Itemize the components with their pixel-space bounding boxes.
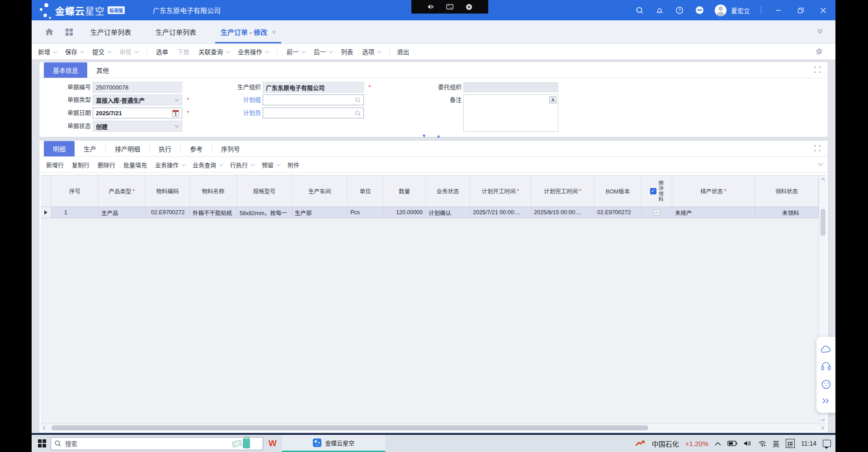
theme-toggle-icon[interactable] — [695, 6, 704, 15]
calendar-icon[interactable]: 1 — [172, 110, 179, 117]
recording-swap-icon[interactable] — [426, 2, 435, 11]
cell-workshop[interactable]: 生产部 — [292, 207, 348, 218]
delete-row-button[interactable]: 删除行 — [94, 159, 119, 170]
expand-detail-icon[interactable] — [814, 145, 821, 151]
search-icon[interactable] — [635, 6, 644, 15]
ime-indicator[interactable]: 拼 — [786, 439, 795, 448]
expand-form-up-icon[interactable]: ▲ — [436, 133, 441, 138]
help-icon[interactable]: ? — [675, 6, 684, 15]
user-avatar[interactable] — [715, 5, 726, 16]
add-row-button[interactable]: 新增行 — [42, 159, 68, 170]
toolbar-new-button[interactable]: 新增 — [33, 46, 61, 57]
col-business-status[interactable]: 业务状态 — [426, 175, 470, 207]
tab-detail[interactable]: 明细 — [44, 141, 75, 156]
tab-basic-info[interactable]: 基本信息 — [44, 62, 87, 78]
toolbar-save-button[interactable]: 保存 — [61, 46, 88, 57]
tray-expand-icon[interactable] — [715, 442, 721, 446]
remark-textarea[interactable]: A — [463, 94, 558, 132]
scroll-right-icon[interactable] — [819, 424, 826, 431]
stock-ticker-icon[interactable] — [636, 440, 646, 447]
col-unit[interactable]: 单位 — [348, 175, 383, 207]
horizontal-scroll-thumb[interactable] — [52, 425, 648, 430]
recording-close-icon[interactable] — [464, 2, 473, 11]
planner-input[interactable] — [263, 108, 364, 118]
col-workshop[interactable]: 生产车间 — [292, 175, 348, 207]
cell-bom-version[interactable]: 02.E9700272 — [594, 207, 642, 218]
col-material-name[interactable]: 物料名称 — [190, 175, 237, 207]
col-bom-version[interactable]: BOM版本 — [594, 175, 642, 207]
lookup-search-icon[interactable] — [355, 97, 361, 103]
bill-date-field[interactable]: 2025/7/21 1 — [93, 108, 182, 118]
recording-screen-icon[interactable] — [445, 2, 454, 11]
notification-center-icon[interactable] — [823, 440, 831, 447]
cell-unit[interactable]: Pcs — [348, 207, 383, 218]
toolbar-list-button[interactable]: 列表 — [336, 46, 358, 57]
cell-material-code[interactable]: 02.E9700272 — [146, 207, 190, 218]
text-format-icon[interactable]: A — [549, 96, 557, 104]
tab-reference[interactable]: 参考 — [181, 141, 212, 156]
tab-other[interactable]: 其他 — [87, 62, 118, 78]
plan-group-input[interactable] — [263, 94, 364, 105]
taskbar-kingdee-button[interactable]: 金蝶云星空 — [282, 435, 385, 452]
windows-start-button[interactable] — [33, 435, 51, 452]
menu-grid-icon[interactable] — [64, 20, 74, 43]
tab-serial-number[interactable]: 序列号 — [212, 141, 249, 156]
toolbar-select-bill-button[interactable]: 选单 — [151, 46, 173, 57]
copy-row-button[interactable]: 复制行 — [68, 159, 94, 170]
taskbar-wps-button[interactable]: W — [263, 435, 282, 452]
attachment-button[interactable]: 附件 — [283, 159, 303, 170]
reserve-button[interactable]: 预留 — [258, 159, 283, 170]
scroll-left-icon[interactable] — [41, 424, 48, 431]
horizontal-scrollbar[interactable] — [41, 424, 826, 431]
minimize-button[interactable] — [772, 5, 784, 16]
cloud-icon[interactable] — [821, 345, 831, 353]
speaker-icon[interactable] — [744, 440, 752, 447]
collapse-grid-icon[interactable] — [818, 163, 823, 166]
toolbar-submit-button[interactable]: 提交 — [88, 46, 115, 57]
backflush-row-checkbox[interactable]: ✓ — [654, 209, 660, 216]
toolbar-push-down-button[interactable]: 下推 — [173, 46, 194, 57]
batch-fill-button[interactable]: 批量填充 — [119, 159, 151, 170]
col-seq[interactable]: 序号 — [52, 175, 99, 207]
toolbar-exit-button[interactable]: 退出 — [392, 46, 414, 57]
gear-icon[interactable] — [816, 48, 823, 55]
toolbar-next-button[interactable]: 后一 — [309, 46, 336, 57]
stock-name[interactable]: 中国石化 — [652, 439, 679, 448]
col-picking-status[interactable]: 领料状态 — [755, 175, 819, 207]
close-button[interactable] — [817, 5, 829, 16]
vertical-scroll-thumb[interactable] — [821, 209, 826, 236]
more-chevrons-icon[interactable] — [822, 398, 830, 404]
notification-bell-icon[interactable] — [655, 6, 664, 15]
col-plan-start-time[interactable]: 计划开工时间* — [470, 175, 531, 207]
col-backflush[interactable]: ✓ 倒冲领料 — [642, 175, 672, 207]
lookup-search-icon[interactable] — [355, 110, 361, 116]
taskbar-clock[interactable]: 11:14 — [801, 440, 816, 447]
tab-production-order-edit[interactable]: 生产订单 - 修改 × — [212, 20, 284, 43]
wifi-icon[interactable] — [758, 440, 766, 447]
tab-production-order-list-1[interactable]: 生产订单列表 — [82, 20, 139, 43]
tab-production[interactable]: 生产 — [75, 141, 105, 156]
scroll-down-icon[interactable] — [819, 416, 826, 424]
user-name[interactable]: 夏宏立 — [731, 6, 750, 15]
tab-execution[interactable]: 执行 — [150, 141, 180, 156]
tab-production-order-list-2[interactable]: 生产订单列表 — [147, 20, 204, 43]
col-quantity[interactable]: 数量 — [383, 175, 426, 207]
headset-icon[interactable] — [821, 362, 831, 371]
toolbar-business-ops-button[interactable]: 业务操作 — [233, 46, 273, 57]
col-scheduling-status[interactable]: 排产状态* — [672, 175, 755, 207]
col-plan-finish-time[interactable]: 计划完工时间* — [531, 175, 594, 207]
bill-type-select[interactable]: 直接入库-普通生产 — [93, 94, 182, 105]
battery-icon[interactable] — [727, 441, 737, 446]
tab-close-icon[interactable]: × — [272, 28, 275, 36]
bill-status-select[interactable]: 创建 — [93, 121, 182, 132]
toolbar-options-button[interactable]: 选项 — [358, 46, 385, 57]
taskbar-search-box[interactable]: 搜索 — [51, 437, 263, 450]
stock-change[interactable]: +1.20% — [685, 440, 708, 447]
table-row[interactable]: 1 主产品 02.E9700272 外箱不干胶贴纸 58x82mm，按每一 生产… — [41, 207, 819, 218]
language-indicator[interactable]: 英 — [773, 439, 779, 448]
expand-form-icon[interactable] — [814, 66, 821, 73]
plan-group-label[interactable]: 计划组 — [211, 94, 261, 105]
toolbar-audit-button[interactable]: 审核 — [115, 46, 142, 57]
collapse-form-icon[interactable]: ▼ — [422, 133, 426, 138]
search-highlight-image[interactable] — [221, 438, 261, 449]
